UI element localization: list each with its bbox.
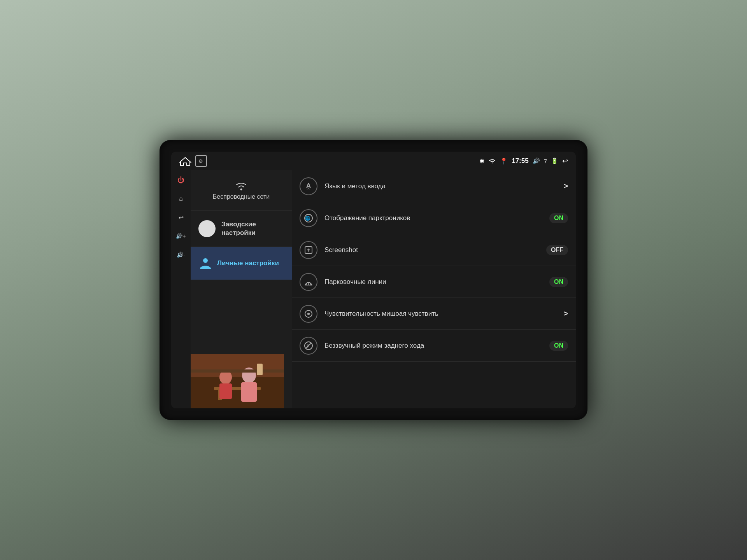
volume-up-button[interactable]: 🔊+ xyxy=(175,230,187,242)
svg-rect-12 xyxy=(241,382,257,402)
settings-row-language[interactable]: A 文 Язык и метод ввода > xyxy=(292,170,576,202)
settings-row-sensitivity[interactable]: Чувствительность мишоая чувствить > xyxy=(292,298,576,330)
screenshot-icon xyxy=(300,241,317,259)
main-content: ⏻ ⌂ ↩ 🔊+ 🔊- Беспроводн xyxy=(171,170,576,408)
language-icon: A 文 xyxy=(300,177,317,195)
volume-level: 7 xyxy=(544,158,547,164)
back-arrow-icon[interactable]: ↩ xyxy=(562,157,568,165)
screenshot-toggle[interactable]: OFF xyxy=(546,245,568,255)
svg-text:🌐: 🌐 xyxy=(305,215,310,221)
svg-rect-13 xyxy=(191,369,284,373)
status-right: ✱ 📍 17:55 🔊 7 🔋 ↩ xyxy=(479,157,568,165)
settings-content: A 文 Язык и метод ввода > 🌐 Отображение п… xyxy=(292,170,576,408)
screenshot-label: Screenshot xyxy=(324,246,539,254)
settings-row-silent-reverse[interactable]: P Беззвучный режим заднего хода ON xyxy=(292,330,576,362)
home-button[interactable]: ⌂ xyxy=(175,193,187,205)
sensitivity-icon xyxy=(300,305,317,323)
settings-row-parking-sensors[interactable]: 🌐 Отображение парктроников ON xyxy=(292,202,576,234)
sensitivity-label: Чувствительность мишоая чувствить xyxy=(324,310,556,318)
wireless-label: Беспроводные сети xyxy=(213,193,270,201)
personal-icon xyxy=(198,256,212,270)
language-arrow: > xyxy=(563,182,568,191)
svg-point-23 xyxy=(308,313,309,315)
svg-text:⚙: ⚙ xyxy=(198,158,203,164)
status-left: ⚙ xyxy=(179,155,207,167)
svg-rect-10 xyxy=(219,383,232,399)
parking-sensors-label: Отображение парктроников xyxy=(324,214,542,222)
nav-sidebar: Беспроводные сети Заводские настройки xyxy=(191,170,292,408)
volume-down-button[interactable]: 🔊- xyxy=(175,249,187,261)
personal-label: Личные настройки xyxy=(217,259,279,268)
factory-circle-icon xyxy=(198,220,216,237)
status-bar: ⚙ ✱ 📍 17:55 🔊 7 🔋 ↩ xyxy=(171,152,576,170)
svg-point-2 xyxy=(240,189,242,191)
location-icon: 📍 xyxy=(500,158,508,165)
parking-sensors-icon: 🌐 xyxy=(300,209,317,227)
bluetooth-icon: ✱ xyxy=(479,158,484,165)
parking-lines-toggle[interactable]: ON xyxy=(549,277,568,287)
silent-reverse-label: Беззвучный режим заднего хода xyxy=(324,342,542,350)
nav-item-personal[interactable]: Личные настройки xyxy=(191,247,292,280)
settings-row-screenshot[interactable]: Screenshot OFF xyxy=(292,234,576,266)
wifi-icon xyxy=(488,158,496,164)
nav-item-factory[interactable]: Заводские настройки xyxy=(191,211,292,247)
screen: ⚙ ✱ 📍 17:55 🔊 7 🔋 ↩ xyxy=(171,152,576,408)
power-button[interactable]: ⏻ xyxy=(175,174,187,186)
silent-reverse-toggle[interactable]: ON xyxy=(549,341,568,351)
volume-icon: 🔊 xyxy=(533,158,540,164)
nav-thumbnail xyxy=(191,354,284,408)
thumbnail-overlay xyxy=(191,354,284,408)
nav-item-wireless[interactable]: Беспроводные сети xyxy=(191,170,292,211)
settings-row-parking-lines[interactable]: Парковочные линии ON xyxy=(292,266,576,298)
parking-lines-label: Парковочные линии xyxy=(324,278,542,286)
svg-rect-14 xyxy=(257,364,263,375)
factory-label: Заводские настройки xyxy=(221,220,284,237)
parking-lines-icon xyxy=(300,273,317,291)
status-time: 17:55 xyxy=(512,157,528,165)
svg-marker-0 xyxy=(180,158,191,165)
battery-icon: 🔋 xyxy=(551,158,558,164)
screen-bezel: ⚙ ✱ 📍 17:55 🔊 7 🔋 ↩ xyxy=(160,140,587,420)
side-buttons: ⏻ ⌂ ↩ 🔊+ 🔊- xyxy=(171,170,191,408)
back-button[interactable]: ↩ xyxy=(175,212,187,223)
parking-sensors-toggle[interactable]: ON xyxy=(549,213,568,223)
language-label: Язык и метод ввода xyxy=(324,182,556,190)
sensitivity-arrow: > xyxy=(563,309,568,318)
svg-point-3 xyxy=(203,258,208,263)
svg-rect-5 xyxy=(191,377,284,408)
home-status-icon[interactable] xyxy=(179,157,191,165)
settings-status-icon[interactable]: ⚙ xyxy=(195,155,207,167)
silent-reverse-icon: P xyxy=(300,337,317,355)
wifi-nav-icon xyxy=(235,180,247,191)
